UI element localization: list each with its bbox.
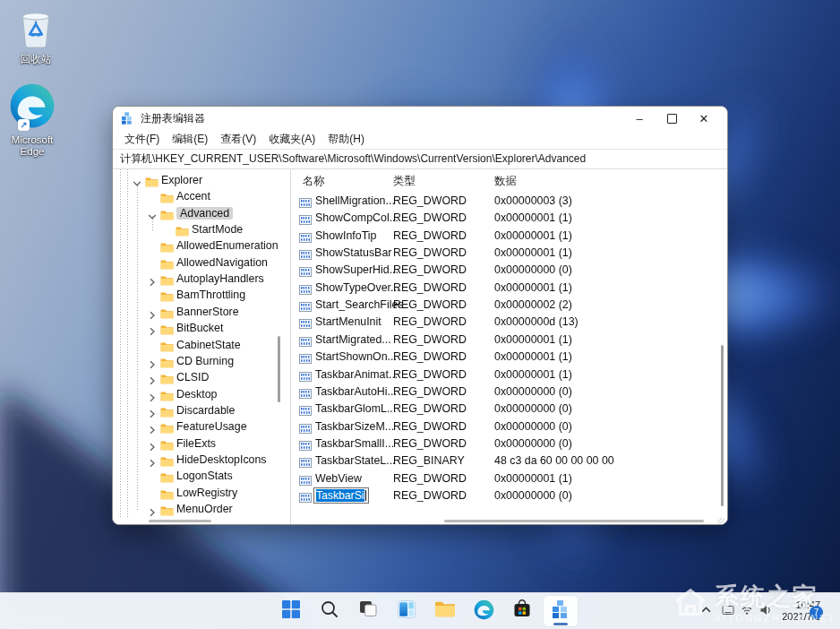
- registry-value-row[interactable]: ShowSuperHid...REG_DWORD0x00000000 (0): [292, 262, 715, 279]
- reg-dword-icon: [299, 473, 312, 483]
- tree-item-accent[interactable]: Accent: [113, 189, 288, 205]
- menu-item-file[interactable]: 文件(F): [118, 130, 166, 149]
- network-icon[interactable]: [741, 603, 753, 619]
- taskbar-clock[interactable]: 10:47 2021/7/1 7: [782, 599, 820, 623]
- tree-vertical-scrollbar[interactable]: [278, 336, 280, 402]
- tree-item-cd-burning[interactable]: CD Burning: [113, 354, 288, 370]
- list-vertical-scrollbar[interactable]: [721, 345, 724, 506]
- chevron-right-icon[interactable]: [148, 274, 157, 283]
- tree-item-allowedenumeration[interactable]: AllowedEnumeration: [113, 238, 288, 254]
- registry-value-row[interactable]: TaskbarSmallI...REG_DWORD0x00000000 (0): [292, 435, 715, 452]
- menu-item-favorites[interactable]: 收藏夹(A): [262, 130, 321, 149]
- tree-item-clsid[interactable]: CLSID: [113, 370, 288, 386]
- column-header-data[interactable]: 数据: [494, 174, 517, 189]
- registry-value-row[interactable]: WebViewREG_DWORD0x00000001 (1): [292, 470, 715, 487]
- tree-item-bitbucket[interactable]: BitBucket: [113, 321, 288, 337]
- chevron-right-icon[interactable]: [148, 439, 157, 448]
- registry-value-row[interactable]: Start_SearchFilesREG_DWORD0x00000002 (2): [292, 297, 715, 314]
- folder-icon: [160, 356, 174, 366]
- tree-item-bamthrottling[interactable]: BamThrottling: [113, 288, 288, 304]
- chevron-right-icon[interactable]: [148, 504, 157, 513]
- tree-item-lowregistry[interactable]: LowRegistry: [113, 486, 288, 502]
- registry-value-row[interactable]: ShowInfoTipREG_DWORD0x00000001 (1): [292, 228, 715, 245]
- menu-item-view[interactable]: 查看(V): [214, 130, 262, 149]
- folder-icon: [160, 487, 174, 498]
- registry-value-row[interactable]: TaskbarAnimat...REG_DWORD0x00000001 (1): [292, 366, 715, 383]
- taskbar-button-task-view[interactable]: [351, 596, 385, 626]
- tree-item-startmode[interactable]: StartMode: [113, 222, 288, 238]
- chevron-right-icon[interactable]: [148, 455, 157, 464]
- registry-value-row[interactable]: TaskbarGlomL...REG_DWORD0x00000000 (0): [292, 401, 715, 418]
- taskbar-button-start[interactable]: [274, 596, 308, 626]
- tree-item-featureusage[interactable]: FeatureUsage: [113, 419, 288, 435]
- chevron-right-icon[interactable]: [148, 307, 157, 316]
- desktop-icon-recycle-bin[interactable]: 回收站: [4, 7, 68, 65]
- taskbar-button-file-explorer[interactable]: [428, 596, 462, 626]
- chevron-right-icon[interactable]: [148, 357, 157, 366]
- menu-item-help[interactable]: 帮助(H): [321, 130, 371, 149]
- tree-item-allowednavigation[interactable]: AllowedNavigation: [113, 255, 288, 271]
- registry-value-row[interactable]: ShowCompCol...REG_DWORD0x00000001 (1): [292, 210, 715, 227]
- taskbar-button-edge[interactable]: [467, 596, 501, 626]
- tree-item-fileexts[interactable]: FileExts: [113, 436, 288, 452]
- taskbar-button-store[interactable]: [505, 596, 539, 626]
- registry-value-row[interactable]: ShellMigration...REG_DWORD0x00000003 (3): [292, 193, 715, 210]
- taskbar-button-registry-editor[interactable]: [544, 596, 578, 626]
- registry-value-row[interactable]: TaskbarStateL...REG_BINARY48 c3 da 60 00…: [292, 452, 715, 470]
- tree-item-cabinetstate[interactable]: CabinetState: [113, 338, 288, 354]
- tree-item-autoplayhandlers[interactable]: AutoplayHandlers: [113, 271, 288, 288]
- resize-grip[interactable]: [717, 518, 724, 525]
- chevron-right-icon[interactable]: [148, 323, 157, 332]
- chevron-down-icon[interactable]: [148, 209, 157, 218]
- reg-dword-icon: [299, 195, 312, 205]
- tree-item-bannerstore[interactable]: BannerStore: [113, 305, 288, 321]
- maximize-button[interactable]: [656, 108, 688, 129]
- notification-badge[interactable]: 7: [810, 606, 823, 619]
- registry-tree-pane: ExplorerAccentAdvancedStartModeAllowedEn…: [113, 169, 288, 525]
- volume-icon[interactable]: [759, 603, 772, 619]
- chevron-right-icon[interactable]: [148, 422, 157, 431]
- tree-item-discardable[interactable]: Discardable: [113, 403, 288, 419]
- value-data: 0x0000000d (13): [494, 315, 579, 328]
- registry-value-row[interactable]: TaskbarAutoHi...REG_DWORD0x00000000 (0): [292, 383, 715, 401]
- reg-dword-icon: [299, 247, 312, 257]
- input-indicator-icon[interactable]: [722, 603, 734, 619]
- value-data: 0x00000000 (0): [494, 385, 572, 398]
- list-horizontal-scrollbar[interactable]: [444, 520, 704, 522]
- title-bar[interactable]: 注册表编辑器 – ✕: [113, 107, 727, 130]
- folder-icon: [160, 340, 174, 350]
- tree-item-menuorder[interactable]: MenuOrder: [113, 502, 288, 518]
- address-bar[interactable]: 计算机\HKEY_CURRENT_USER\Software\Microsoft…: [113, 149, 727, 169]
- menu-item-edit[interactable]: 编辑(E): [166, 130, 214, 149]
- value-name-edit-input[interactable]: TaskbarSi: [313, 487, 369, 504]
- chevron-down-icon[interactable]: [133, 176, 141, 185]
- registry-value-row[interactable]: StartShownOn...REG_DWORD0x00000001 (1): [292, 349, 715, 366]
- chevron-right-icon[interactable]: [148, 390, 157, 399]
- tree-horizontal-scrollbar[interactable]: [149, 520, 211, 522]
- registry-value-row[interactable]: ShowStatusBarREG_DWORD0x00000001 (1): [292, 245, 715, 262]
- registry-value-row[interactable]: TaskbarSizeM...REG_DWORD0x00000000 (0): [292, 418, 715, 435]
- tree-item-advanced[interactable]: Advanced: [113, 206, 288, 222]
- chevron-right-icon[interactable]: [148, 406, 157, 415]
- tree-item-label: StartMode: [192, 223, 243, 236]
- column-header-type[interactable]: 类型: [393, 174, 416, 189]
- taskbar-button-widgets[interactable]: [390, 596, 424, 626]
- reg-dword-icon: [299, 369, 312, 379]
- tree-item-hidedesktopicons[interactable]: HideDesktopIcons: [113, 452, 288, 469]
- minimize-button[interactable]: –: [623, 108, 656, 129]
- column-header-name[interactable]: 名称: [303, 174, 325, 189]
- taskbar-button-search[interactable]: [313, 596, 347, 626]
- pane-splitter[interactable]: [290, 169, 291, 525]
- registry-value-row[interactable]: ShowTypeOver...REG_DWORD0x00000001 (1): [292, 280, 715, 297]
- desktop-icon-microsoft-edge[interactable]: ↗ Microsoft Edge: [0, 82, 64, 158]
- tree-item-desktop[interactable]: Desktop: [113, 387, 288, 403]
- tree-item-explorer[interactable]: Explorer: [113, 173, 288, 189]
- registry-value-row[interactable]: StartMigrated...REG_DWORD0x00000001 (1): [292, 332, 715, 349]
- tree-item-logonstats[interactable]: LogonStats: [113, 469, 288, 485]
- tray-hidden-icons-chevron[interactable]: [700, 603, 712, 619]
- close-button[interactable]: ✕: [688, 108, 720, 129]
- chevron-right-icon[interactable]: [148, 373, 157, 382]
- registry-value-row[interactable]: TaskbarSiREG_DWORD0x00000000 (0): [292, 487, 715, 504]
- registry-value-row[interactable]: StartMenuInitREG_DWORD0x0000000d (13): [292, 314, 715, 331]
- reg-dword-icon: [299, 264, 312, 274]
